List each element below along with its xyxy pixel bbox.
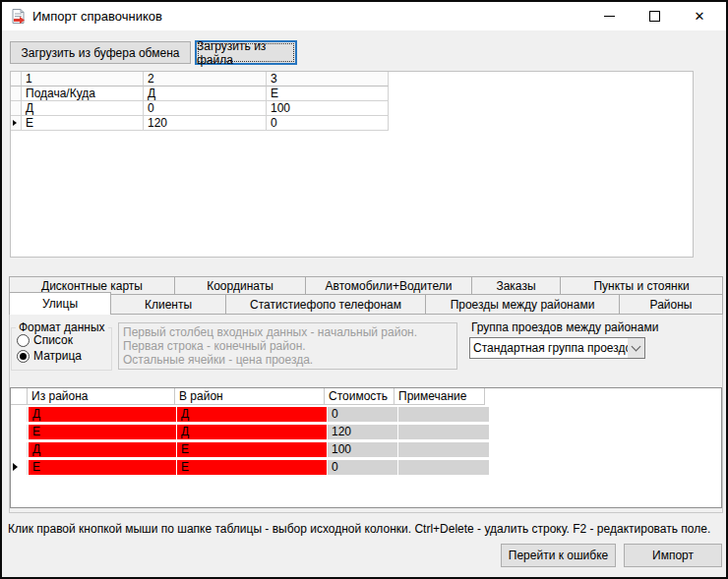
tab-clients[interactable]: Клиенты [110, 294, 226, 315]
grid-cell[interactable]: 0 [267, 116, 389, 131]
cell-cost[interactable]: 120 [328, 425, 397, 439]
load-from-clipboard-button[interactable]: Загрузить из буфера обмена [10, 41, 191, 64]
source-grid-header-row: 1 2 3 [11, 72, 693, 87]
trip-group-combobox[interactable]: Стандартная группа проездов [469, 337, 645, 359]
row-header[interactable] [11, 87, 22, 101]
grid-cell[interactable]: Подача/Куда [22, 87, 144, 101]
source-grid-corner[interactable] [11, 72, 22, 87]
window-title: Импорт справочников [32, 2, 162, 30]
import-document-icon [10, 8, 27, 25]
maximize-icon [649, 11, 660, 22]
source-grid-row-selected: Е 120 0 [11, 116, 693, 131]
current-row-arrow-icon [13, 120, 17, 126]
col-header-note[interactable]: Примечание [394, 388, 485, 405]
chevron-down-icon [632, 342, 641, 352]
cell-cost[interactable]: 0 [328, 407, 397, 422]
grid-cell[interactable]: 0 [144, 101, 267, 116]
trip-group-label: Группа проездов между районами [471, 320, 658, 334]
row-header[interactable] [11, 101, 22, 116]
maximize-button[interactable] [632, 2, 677, 30]
row-header[interactable] [11, 442, 28, 457]
current-row-arrow-icon [13, 463, 18, 471]
col-header-cost[interactable]: Стоимость [325, 388, 394, 405]
tab-points-parkings[interactable]: Пункты и стоянки [560, 276, 723, 295]
minimize-icon [604, 16, 615, 17]
grid-cell[interactable]: Д [144, 87, 267, 101]
result-grid: Из района В район Стоимость Примечание Д… [10, 387, 722, 508]
source-grid-col-header[interactable]: 1 [22, 72, 144, 87]
result-row: Д Д 0 [11, 407, 721, 422]
tab-district-trips[interactable]: Проезды между районами [425, 294, 620, 315]
cell-to-error[interactable]: Е [177, 460, 327, 475]
minimize-button[interactable] [586, 2, 632, 30]
cell-to-error[interactable]: Д [177, 425, 327, 439]
tab-coordinates[interactable]: Координаты [174, 276, 306, 295]
result-grid-corner[interactable] [11, 388, 28, 405]
radio-label: Список [33, 333, 73, 347]
row-header[interactable] [11, 116, 22, 131]
result-row: Д Е 100 [11, 442, 721, 457]
cell-from-error[interactable]: Д [29, 442, 176, 457]
grid-cell[interactable]: Е [22, 116, 144, 131]
source-grid-row: Д 0 100 [11, 101, 693, 116]
import-button[interactable]: Импорт [624, 544, 722, 567]
description-line: Первая строка - конечный район. [123, 339, 453, 353]
cell-note[interactable] [398, 460, 489, 475]
description-line: Остальные ячейки - цена проезда. [123, 353, 453, 367]
col-header-from-district[interactable]: Из района [28, 388, 175, 405]
grid-cell[interactable]: 100 [267, 101, 389, 116]
usage-hint-text: Клик правой кнопкой мыши по шапке таблиц… [8, 522, 710, 536]
load-from-file-button[interactable]: Загрузить из файла [195, 40, 297, 65]
close-button[interactable]: ✕ [677, 2, 722, 30]
cell-to-error[interactable]: Д [177, 407, 327, 422]
format-description-box: Первый столбец входных данных - начальны… [118, 322, 457, 370]
grid-cell[interactable]: Д [22, 101, 144, 116]
title-bar: Импорт справочников ✕ [2, 2, 726, 30]
source-grid-col-header[interactable]: 2 [144, 72, 267, 87]
cell-note[interactable] [398, 407, 489, 422]
data-format-groupbox: Формат данных Список Матрица [11, 327, 112, 371]
result-row: Е Д 120 [11, 425, 721, 439]
description-line: Первый столбец входных данных - начальны… [123, 325, 453, 339]
tab-orders[interactable]: Заказы [471, 276, 561, 295]
source-grid-col-header[interactable]: 3 [267, 72, 389, 87]
groupbox-title: Формат данных [16, 320, 108, 334]
import-dialog-window: Импорт справочников ✕ Загрузить из буфер… [0, 0, 728, 579]
close-icon: ✕ [695, 10, 705, 23]
tab-phone-statistics[interactable]: Статистиефопо телефонам [225, 294, 426, 315]
row-header[interactable] [11, 460, 28, 475]
goto-error-button[interactable]: Перейти к ошибке [501, 544, 616, 567]
cell-cost[interactable]: 0 [328, 460, 397, 475]
tab-cars-drivers[interactable]: Автомобили+Водители [305, 276, 472, 295]
combobox-dropdown-button[interactable] [628, 338, 644, 358]
row-header[interactable] [11, 425, 28, 439]
source-data-grid: 1 2 3 Подача/Куда Д Е Д 0 100 Е 120 0 [10, 71, 694, 258]
combobox-value: Стандартная группа проездов [473, 338, 628, 358]
radio-label: Матрица [33, 349, 82, 363]
grid-cell[interactable]: 120 [144, 116, 267, 131]
result-row-selected: Е Е 0 [11, 460, 721, 475]
radio-list[interactable]: Список [17, 333, 73, 347]
cell-from-error[interactable]: Д [29, 407, 176, 422]
cell-note[interactable] [398, 425, 489, 439]
source-grid-row: Подача/Куда Д Е [11, 87, 693, 101]
radio-checked-icon [17, 350, 30, 363]
cell-to-error[interactable]: Е [177, 442, 327, 457]
grid-cell[interactable]: Е [267, 87, 389, 101]
tab-streets-active[interactable]: Улицы [9, 292, 111, 315]
row-header[interactable] [11, 407, 28, 422]
col-header-to-district[interactable]: В район [175, 388, 325, 405]
result-grid-header-row: Из района В район Стоимость Примечание [11, 388, 721, 405]
radio-matrix[interactable]: Матрица [17, 349, 82, 363]
tab-districts[interactable]: Районы [619, 294, 723, 315]
cell-note[interactable] [398, 442, 489, 457]
cell-from-error[interactable]: Е [29, 425, 176, 439]
radio-icon [17, 334, 30, 347]
cell-cost[interactable]: 100 [328, 442, 397, 457]
cell-from-error[interactable]: Е [29, 460, 176, 475]
